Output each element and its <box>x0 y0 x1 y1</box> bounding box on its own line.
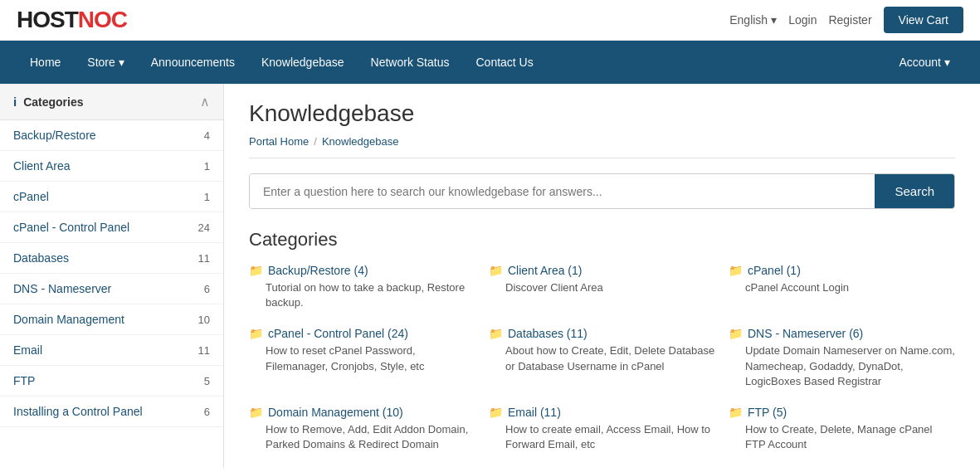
sidebar-link-backup-restore: Backup/Restore <box>13 129 96 142</box>
cat-desc-domain-mgmt: How to Remove, Add, Edit Addon Domain, P… <box>249 422 475 452</box>
register-link[interactable]: Register <box>828 13 871 27</box>
cat-item-title-domain-mgmt: 📁 Domain Management (10) <box>249 406 475 419</box>
view-cart-button[interactable]: View Cart <box>884 7 963 33</box>
nav-knowledgebase[interactable]: Knowledgebase <box>248 41 358 84</box>
cat-link-cpanel[interactable]: cPanel (1) <box>748 264 801 277</box>
folder-icon: 📁 <box>249 264 263 277</box>
main-layout: i Categories ∧ Backup/Restore 4 Client A… <box>0 84 980 469</box>
cat-link-email[interactable]: Email (11) <box>508 406 561 419</box>
nav-announcements[interactable]: Announcements <box>138 41 248 84</box>
sidebar-link-ftp: FTP <box>13 374 35 387</box>
sidebar-link-cpanel-control-panel: cPanel - Control Panel <box>13 221 129 234</box>
search-bar: Search <box>249 173 955 209</box>
cat-desc-backup-restore: Tutorial on how to take a backup, Restor… <box>249 280 475 310</box>
cat-item-title-email: 📁 Email (11) <box>489 406 715 419</box>
login-link[interactable]: Login <box>788 13 817 27</box>
cat-desc-cpanel: cPanel Account Login <box>729 280 955 295</box>
cat-item-cpanel: 📁 cPanel (1) cPanel Account Login <box>729 264 955 310</box>
sidebar-link-installing-control-panel: Installing a Control Panel <box>13 405 143 418</box>
sidebar-item-cpanel[interactable]: cPanel 1 <box>0 182 223 212</box>
sidebar-header: i Categories ∧ <box>0 84 223 120</box>
cat-item-title-ftp: 📁 FTP (5) <box>729 406 955 419</box>
logo-noc: NOC <box>78 7 127 32</box>
breadcrumb: Portal Home / Knowledgebase <box>249 135 955 158</box>
cat-link-backup-restore[interactable]: Backup/Restore (4) <box>268 264 368 277</box>
cat-item-domain-mgmt: 📁 Domain Management (10) How to Remove, … <box>249 406 475 452</box>
top-bar-right: English ▾ Login Register View Cart <box>729 7 963 33</box>
cat-link-client-area[interactable]: Client Area (1) <box>508 264 582 277</box>
sidebar-item-installing-control-panel[interactable]: Installing a Control Panel 6 <box>0 397 223 427</box>
sidebar-link-cpanel: cPanel <box>13 190 49 203</box>
sidebar-link-domain-management: Domain Management <box>13 313 124 326</box>
folder-icon: 📁 <box>249 327 263 340</box>
sidebar-link-dns-nameserver: DNS - Nameserver <box>13 282 111 295</box>
cat-desc-email: How to create email, Access Email, How t… <box>489 422 715 452</box>
sidebar-item-backup-restore[interactable]: Backup/Restore 4 <box>0 120 223 151</box>
logo-host: HOST <box>17 7 78 32</box>
categories-grid: 📁 Backup/Restore (4) Tutorial on how to … <box>249 264 955 452</box>
cat-link-domain-mgmt[interactable]: Domain Management (10) <box>268 406 403 419</box>
cat-link-ftp[interactable]: FTP (5) <box>748 406 787 419</box>
info-icon: i <box>13 95 17 109</box>
folder-icon: 📁 <box>729 406 743 419</box>
sidebar-count-ftp: 5 <box>204 375 210 387</box>
sidebar-count-domain-management: 10 <box>198 314 210 326</box>
sidebar-title: Categories <box>23 95 83 109</box>
nav-right: Account ▾ <box>885 41 963 84</box>
logo: HOSTNOC <box>17 7 127 33</box>
nav-account-label: Account <box>899 56 941 69</box>
collapse-icon[interactable]: ∧ <box>200 94 210 109</box>
sidebar-item-ftp[interactable]: FTP 5 <box>0 366 223 397</box>
nav-store[interactable]: Store ▾ <box>74 41 137 84</box>
language-selector[interactable]: English ▾ <box>729 13 777 27</box>
sidebar-item-client-area[interactable]: Client Area 1 <box>0 151 223 182</box>
sidebar-item-cpanel-control-panel[interactable]: cPanel - Control Panel 24 <box>0 212 223 243</box>
nav-bar: Home Store ▾ Announcements Knowledgebase… <box>0 41 980 84</box>
sidebar-count-client-area: 1 <box>204 160 210 173</box>
sidebar-item-dns-nameserver[interactable]: DNS - Nameserver 6 <box>0 274 223 304</box>
nav-contact-us[interactable]: Contact Us <box>462 41 546 84</box>
cat-item-title-client-area: 📁 Client Area (1) <box>489 264 715 277</box>
chevron-down-icon: ▾ <box>119 56 124 69</box>
cat-item-ftp: 📁 FTP (5) How to Create, Delete, Manage … <box>729 406 955 452</box>
cat-desc-cpanel-cp: How to reset cPanel Password, Filemanage… <box>249 343 475 373</box>
cat-link-databases[interactable]: Databases (11) <box>508 327 588 340</box>
cat-desc-dns: Update Domain Nameserver on Name.com, Na… <box>729 343 955 389</box>
sidebar-link-client-area: Client Area <box>13 159 70 173</box>
cat-item-title-cpanel: 📁 cPanel (1) <box>729 264 955 277</box>
sidebar-link-databases: Databases <box>13 251 69 265</box>
search-input[interactable] <box>250 174 875 208</box>
search-button[interactable]: Search <box>875 174 954 208</box>
cat-item-backup-restore: 📁 Backup/Restore (4) Tutorial on how to … <box>249 264 475 310</box>
cat-item-databases: 📁 Databases (11) About how to Create, Ed… <box>489 327 715 389</box>
sidebar-count-cpanel: 1 <box>204 191 210 203</box>
cat-item-title-databases: 📁 Databases (11) <box>489 327 715 340</box>
categories-title: Categories <box>249 229 955 251</box>
sidebar-count-cpanel-control-panel: 24 <box>198 221 210 234</box>
cat-item-client-area: 📁 Client Area (1) Discover Client Area <box>489 264 715 310</box>
cat-item-title-dns: 📁 DNS - Nameserver (6) <box>729 327 955 340</box>
cat-link-dns[interactable]: DNS - Nameserver (6) <box>748 327 863 340</box>
nav-store-label: Store <box>87 56 115 69</box>
page-title: Knowledgebase <box>249 100 955 127</box>
sidebar-item-email[interactable]: Email 11 <box>0 335 223 366</box>
sidebar-count-databases: 11 <box>198 252 210 265</box>
top-bar: HOSTNOC English ▾ Login Register View Ca… <box>0 0 980 41</box>
sidebar-item-databases[interactable]: Databases 11 <box>0 243 223 274</box>
cat-item-cpanel-cp: 📁 cPanel - Control Panel (24) How to res… <box>249 327 475 389</box>
folder-icon: 📁 <box>489 327 503 340</box>
breadcrumb-portal-home[interactable]: Portal Home <box>249 135 309 148</box>
sidebar-item-domain-management[interactable]: Domain Management 10 <box>0 304 223 335</box>
cat-desc-client-area: Discover Client Area <box>489 280 715 295</box>
nav-account[interactable]: Account ▾ <box>885 41 963 84</box>
nav-home[interactable]: Home <box>17 41 74 84</box>
cat-link-cpanel-cp[interactable]: cPanel - Control Panel (24) <box>268 327 408 340</box>
sidebar-link-email: Email <box>13 343 42 357</box>
main-content: Knowledgebase Portal Home / Knowledgebas… <box>224 84 980 469</box>
sidebar-count-backup-restore: 4 <box>204 129 210 142</box>
breadcrumb-separator: / <box>314 135 317 148</box>
folder-icon: 📁 <box>489 406 503 419</box>
folder-icon: 📁 <box>729 327 743 340</box>
sidebar: i Categories ∧ Backup/Restore 4 Client A… <box>0 84 224 469</box>
nav-network-status[interactable]: Network Status <box>358 41 463 84</box>
